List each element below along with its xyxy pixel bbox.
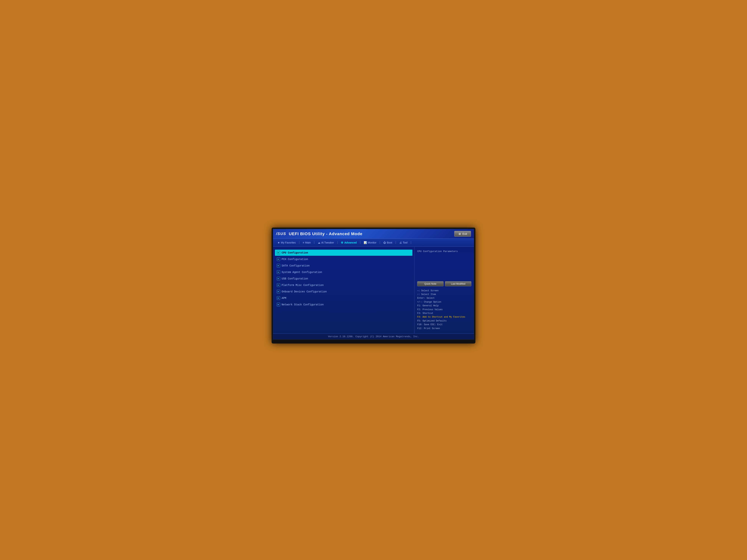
arrow-icon-platform: ▶ (277, 283, 280, 287)
bios-screen: /SUS UEFI BIOS Utility - Advanced Mode 🖥… (273, 229, 474, 340)
footer: Version 2.10.1208. Copyright (C) 2014 Am… (273, 334, 474, 340)
hotkey-f2: F2: Previous Values (417, 308, 471, 312)
main-icon: ≡ (303, 241, 304, 244)
nav-tool[interactable]: 🖨 Tool (398, 240, 409, 245)
advanced-icon: ⚙ (341, 241, 343, 244)
hotkey-f4: F4: Add to Shortcut and My Favorites (417, 315, 471, 319)
hotkey-f10-desc: Save ESC: Exit (424, 323, 443, 326)
nav-monitor-label: Monitor (368, 241, 377, 244)
arrow-icon-usb: ▶ (277, 277, 280, 281)
nav-main[interactable]: ≡ Main (301, 240, 312, 245)
last-modified-button[interactable]: Last Modified (445, 281, 471, 286)
menu-platform-config[interactable]: ▶ Platform Misc Configuration (275, 282, 412, 288)
hotkey-f3-desc: Shortcut (422, 312, 433, 315)
header-bar: /SUS UEFI BIOS Utility - Advanced Mode 🖥… (273, 229, 474, 239)
hotkey-select-item-key: ↕: (417, 293, 421, 296)
menu-sys-agent-config[interactable]: ▶ System Agent Configuration (275, 269, 412, 275)
monitor-icon: 📊 (364, 241, 367, 244)
hotkey-f12-key: F12: (417, 327, 424, 330)
menu-sys-agent-config-label: System Agent Configuration (282, 271, 322, 274)
hotkey-select-screen-desc: Select Screen (421, 289, 439, 292)
exit-button[interactable]: 🖥 Exit (454, 231, 471, 237)
hotkey-f2-desc: Previous Values (422, 308, 443, 311)
hotkey-f5-desc: Optimized Defaults (422, 320, 447, 322)
hotkey-f5: F5: Optimized Defaults (417, 319, 471, 323)
nav-sep-7: | (410, 241, 412, 244)
panel-button-row: Quick Note Last Modified (417, 281, 471, 286)
nav-sep-1: | (298, 241, 300, 244)
hotkey-select-screen: ↔: Select Screen (417, 289, 471, 293)
footer-text: Version 2.10.1208. Copyright (C) 2014 Am… (328, 335, 419, 338)
menu-pch-config[interactable]: ▶ PCH Configuration (275, 256, 412, 262)
monitor-bezel: /SUS UEFI BIOS Utility - Advanced Mode 🖥… (272, 228, 475, 344)
hotkey-change-option-key: +/-: (417, 301, 424, 303)
hotkey-f1-desc: General Help (422, 304, 439, 307)
hotkey-f1-key: F1: (417, 304, 422, 307)
nav-advanced[interactable]: ⚙ Advanced (339, 240, 358, 245)
menu-apm[interactable]: ▶ APM (275, 295, 412, 301)
arrow-icon-apm: ▶ (277, 296, 280, 300)
nav-sep-5: | (379, 241, 381, 244)
right-panel: CPU Configuration Parameters Quick Note … (415, 247, 474, 334)
nav-sep-2: | (313, 241, 315, 244)
nav-boot-label: Boot (387, 241, 392, 244)
desk-surface (0, 216, 747, 228)
hotkey-change-option-desc: Change Option (424, 301, 441, 303)
hotkey-enter-desc: Select (427, 297, 434, 299)
menu-pch-config-label: PCH Configuration (282, 258, 308, 261)
hotkey-f3-key: F3: (417, 312, 422, 315)
ai-tweaker-icon: ☁ (318, 241, 320, 244)
nav-advanced-label: Advanced (344, 241, 357, 244)
hotkey-f12-desc: Print Screen (424, 327, 440, 330)
quick-note-button[interactable]: Quick Note (417, 281, 443, 286)
arrow-icon-pch: ▶ (277, 258, 280, 261)
left-panel: ▶ CPU Configuration ▶ PCH Configuration … (273, 247, 415, 334)
menu-cpu-config-label: CPU Configuration (282, 251, 308, 254)
exit-icon: 🖥 (458, 232, 461, 235)
arrow-icon-cpu: ▶ (277, 251, 280, 255)
nav-bar: ★ My Favorites | ≡ Main | ☁ Ai Tweaker |… (273, 239, 474, 247)
hotkeys-section: ↔: Select Screen ↕: Select Item Enter: S… (417, 289, 471, 330)
header-title: UEFI BIOS Utility - Advanced Mode (289, 232, 363, 236)
hotkey-select-item: ↕: Select Item (417, 293, 471, 296)
nav-monitor[interactable]: 📊 Monitor (362, 240, 378, 245)
menu-usb-config[interactable]: ▶ USB Configuration (275, 275, 412, 282)
nav-sep-3: | (337, 241, 338, 244)
hotkey-f10-key: F10: (417, 323, 424, 326)
description-text: CPU Configuration Parameters (417, 250, 471, 254)
hotkey-change-option: +/-: Change Option (417, 300, 471, 304)
menu-network-config-label: Network Stack Configuration (282, 303, 324, 306)
hotkey-f5-key: F5: (417, 320, 422, 322)
hotkey-enter: Enter: Select (417, 296, 471, 300)
menu-cpu-config[interactable]: ▶ CPU Configuration (275, 250, 412, 256)
menu-onboard-config-label: Onboard Devices Configuration (282, 290, 327, 293)
nav-ai-tweaker-label: Ai Tweaker (321, 241, 334, 244)
nav-favorites[interactable]: ★ My Favorites (276, 240, 297, 245)
main-content: ▶ CPU Configuration ▶ PCH Configuration … (273, 247, 474, 334)
arrow-icon-onboard: ▶ (277, 290, 280, 293)
menu-usb-config-label: USB Configuration (282, 277, 308, 280)
nav-tool-label: Tool (403, 241, 408, 244)
nav-favorites-label: My Favorites (281, 241, 296, 244)
hotkey-f4-desc: Add to Shortcut and My Favorites (422, 316, 465, 318)
menu-sata-config[interactable]: ▶ SATA Configuration (275, 263, 412, 269)
hotkey-select-screen-key: ↔: (417, 289, 421, 292)
hotkey-f12: F12: Print Screen (417, 327, 471, 330)
exit-label: Exit (462, 232, 467, 235)
menu-network-config[interactable]: ▶ Network Stack Configuration (275, 301, 412, 308)
hotkey-f3: F3: Shortcut (417, 312, 471, 315)
nav-sep-6: | (395, 241, 397, 244)
nav-ai-tweaker[interactable]: ☁ Ai Tweaker (316, 240, 336, 245)
tool-icon: 🖨 (399, 241, 402, 244)
hotkey-f4-key: F4: (417, 316, 422, 318)
favorites-icon: ★ (278, 241, 280, 244)
asus-logo: /SUS (276, 232, 286, 236)
menu-onboard-config[interactable]: ▶ Onboard Devices Configuration (275, 289, 412, 295)
menu-apm-label: APM (282, 297, 286, 300)
hotkey-f2-key: F2: (417, 308, 422, 311)
menu-sata-config-label: SATA Configuration (282, 264, 310, 267)
nav-sep-4: | (359, 241, 361, 244)
nav-boot[interactable]: ⏻ Boot (382, 240, 394, 245)
hotkey-enter-key: Enter: (417, 297, 427, 299)
menu-platform-config-label: Platform Misc Configuration (282, 284, 324, 287)
